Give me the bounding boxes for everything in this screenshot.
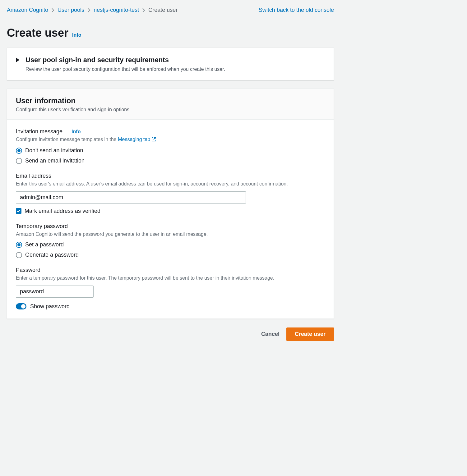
- chevron-right-icon: [87, 8, 90, 13]
- footer-actions: Cancel Create user: [7, 327, 334, 341]
- switch-console-link[interactable]: Switch back to the old console: [259, 7, 334, 13]
- create-user-button[interactable]: Create user: [286, 327, 334, 341]
- chevron-right-icon: [142, 8, 145, 13]
- email-label: Email address: [16, 173, 325, 179]
- security-panel-title: User pool sign-in and security requireme…: [25, 56, 225, 64]
- security-requirements-panel: User pool sign-in and security requireme…: [7, 48, 334, 80]
- radio-dont-send-invitation[interactable]: Don't send an invitation: [16, 147, 325, 154]
- user-information-panel: User information Configure this user's v…: [7, 89, 334, 319]
- password-block: Password Enter a temporary password for …: [16, 267, 325, 309]
- email-desc: Enter this user's email address. A user'…: [16, 181, 325, 187]
- temp-password-desc: Amazon Cognito will send the password yo…: [16, 231, 325, 238]
- cancel-button[interactable]: Cancel: [260, 328, 281, 341]
- invitation-message-block: Invitation message Info Configure invita…: [16, 128, 325, 164]
- radio-icon: [16, 242, 22, 248]
- breadcrumb-link-user-pools[interactable]: User pools: [58, 7, 84, 13]
- breadcrumb-link-pool-name[interactable]: nestjs-cognito-test: [94, 7, 139, 13]
- mark-email-verified-checkbox[interactable]: Mark email address as verified: [16, 208, 325, 214]
- external-link-icon: [151, 137, 156, 144]
- email-address-block: Email address Enter this user's email ad…: [16, 173, 325, 214]
- password-desc: Enter a temporary password for this user…: [16, 275, 325, 281]
- breadcrumb-current: Create user: [148, 7, 178, 13]
- divider-icon: [67, 129, 67, 135]
- checkbox-checked-icon: [16, 208, 21, 214]
- page-title: Create user Info: [7, 26, 334, 39]
- caret-right-icon[interactable]: [16, 57, 19, 62]
- messaging-tab-link[interactable]: Messaging tab: [118, 137, 156, 142]
- password-label: Password: [16, 267, 325, 273]
- email-field[interactable]: [16, 191, 246, 204]
- breadcrumb-link-cognito[interactable]: Amazon Cognito: [7, 7, 48, 13]
- invitation-desc: Configure invitation message templates i…: [16, 136, 325, 144]
- invitation-label: Invitation message: [16, 128, 62, 135]
- user-info-title: User information: [16, 96, 325, 105]
- invitation-info-link[interactable]: Info: [72, 129, 81, 135]
- radio-set-password[interactable]: Set a password: [16, 241, 325, 248]
- page-title-text: Create user: [7, 26, 68, 39]
- user-info-subtitle: Configure this user's verification and s…: [16, 107, 325, 112]
- temp-password-label: Temporary password: [16, 223, 325, 230]
- show-password-toggle[interactable]: Show password: [16, 303, 325, 310]
- radio-icon: [16, 252, 22, 258]
- breadcrumb: Amazon Cognito User pools nestjs-cognito…: [7, 7, 178, 13]
- chevron-right-icon: [51, 8, 54, 13]
- radio-icon: [16, 148, 22, 154]
- temporary-password-block: Temporary password Amazon Cognito will s…: [16, 223, 325, 258]
- radio-icon: [16, 158, 22, 164]
- security-panel-subtitle: Review the user pool security configurat…: [25, 66, 225, 72]
- password-field[interactable]: [16, 286, 94, 298]
- radio-send-email-invitation[interactable]: Send an email invitation: [16, 158, 325, 164]
- page-title-info-link[interactable]: Info: [72, 32, 81, 38]
- radio-generate-password[interactable]: Generate a password: [16, 252, 325, 258]
- toggle-on-icon: [16, 303, 26, 309]
